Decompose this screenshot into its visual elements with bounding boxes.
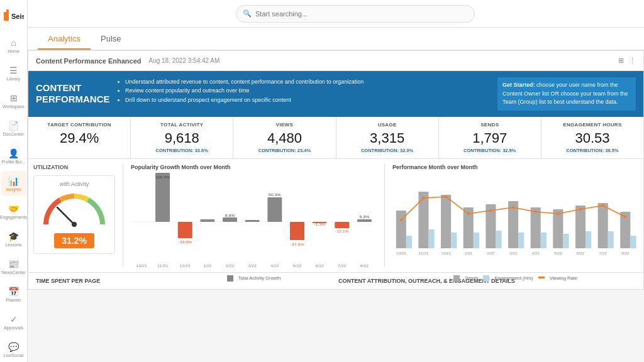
svg-rect-60 (586, 231, 591, 248)
insights-icon: 📊 (8, 176, 19, 186)
svg-point-75 (557, 212, 560, 215)
search-input[interactable] (255, 10, 468, 18)
utilization-panel: UTILIZATION with Activity (33, 164, 115, 267)
metric-contribution: CONTRIBUTION: 38.5% (548, 148, 637, 153)
svg-text:8.6%: 8.6% (225, 213, 235, 217)
description-bullets: Understand attributed revenue to content… (116, 77, 492, 111)
svg-text:6/22: 6/22 (315, 263, 324, 267)
svg-point-77 (601, 204, 604, 207)
gauge-chart: with Activity (33, 175, 115, 254)
svg-text:10/21: 10/21 (136, 263, 148, 267)
metric-label: ENGAGEMENT HOURS (548, 122, 637, 128)
svg-text:7/22: 7/22 (599, 251, 607, 255)
sidebar-item-workspace[interactable]: ⊞ Workspace (1, 88, 26, 113)
tab-analytics[interactable]: Analytics (38, 29, 91, 50)
sidebar-item-lessons[interactable]: 🎓 Lessons (1, 226, 26, 251)
metric-views: VIEWS 4,480 CONTRIBUTION: 23.4% (233, 117, 336, 158)
popularity-growth-chart: Popularity Growth Month over Month 10/21… (131, 164, 377, 267)
svg-rect-15 (223, 217, 237, 222)
content-area: Content Performance Enhanced Aug 18, 202… (28, 50, 644, 362)
planner-icon: 📅 (8, 287, 19, 297)
svg-rect-59 (575, 206, 586, 248)
svg-text:11/21: 11/21 (157, 263, 169, 267)
report-timestamp: Aug 18, 2022 3:54:42 AM (148, 57, 219, 64)
svg-rect-53 (531, 207, 541, 248)
svg-text:4/22: 4/22 (270, 263, 279, 267)
svg-point-4 (72, 222, 77, 227)
tab-pulse[interactable]: Pulse (91, 29, 131, 50)
svg-text:7/22: 7/22 (338, 263, 347, 267)
svg-rect-48 (496, 231, 501, 248)
report-name: Content Performance Enhanced (36, 57, 141, 65)
svg-rect-45 (474, 233, 479, 248)
svg-rect-54 (541, 233, 547, 248)
sidebar-item-approvals[interactable]: ✓ Approvals (1, 309, 26, 334)
sidebar-item-planner[interactable]: 📅 Planner (1, 282, 26, 307)
sidebar-item-label: Profile Bui... (2, 160, 26, 164)
svg-text:11/21: 11/21 (419, 251, 429, 255)
sidebar-item-doccenter[interactable]: 📄 DocCenter (1, 116, 26, 141)
svg-text:3/22: 3/22 (248, 263, 257, 267)
svg-point-70 (445, 195, 448, 198)
grid-icon[interactable]: ⊞ (618, 57, 624, 65)
metrics-row: TARGET CONTRIBUTION 29.4% TOTAL ACTIVITY… (28, 117, 643, 159)
svg-text:10/21: 10/21 (396, 251, 406, 255)
sidebar-item-label: Engagements (0, 215, 27, 219)
sidebar-item-label: DocCenter (3, 132, 24, 136)
approvals-icon: ✓ (10, 314, 18, 324)
sidebar-item-label: Library (7, 77, 20, 81)
svg-point-71 (467, 212, 470, 215)
sidebar-item-engagements[interactable]: 🤝 Engagements (1, 199, 26, 224)
legend-label-total-activity: Total Activity Growth (238, 275, 281, 281)
svg-text:-13.1%: -13.1% (335, 229, 349, 233)
home-icon: ⌂ (11, 38, 16, 48)
legend-box-engagement (483, 275, 489, 282)
sidebar-item-livesocial[interactable]: 💬 LiveSocial (1, 337, 26, 362)
sidebar-item-label: Lessons (5, 243, 21, 247)
metric-label: TOTAL ACTIVITY (137, 122, 226, 128)
svg-rect-32 (357, 219, 372, 222)
svg-rect-62 (598, 203, 608, 248)
legend-label-sends: Sends (465, 275, 478, 281)
svg-point-68 (400, 219, 403, 221)
svg-text:4/22: 4/22 (532, 251, 540, 255)
svg-rect-10 (178, 222, 192, 238)
blue-header-section: CONTENTPERFORMANCE Understand attributed… (28, 71, 643, 117)
svg-rect-63 (608, 231, 614, 248)
metric-value: 3,315 (343, 130, 432, 146)
metric-label: VIEWS (240, 122, 329, 128)
svg-text:5/22: 5/22 (293, 263, 302, 267)
profile-icon: 👤 (8, 148, 19, 158)
sidebar-item-label: NewsCenter (1, 270, 26, 275)
sidebar-item-library[interactable]: ☰ Library (1, 60, 26, 85)
more-options-icon[interactable]: ⋮ (629, 57, 636, 65)
library-icon: ☰ (9, 65, 18, 75)
svg-point-76 (579, 208, 582, 211)
metric-contribution: CONTRIBUTION: 33.6% (137, 148, 226, 153)
performance-chart-area: 10/21 11/21 12/21 1/22 (392, 173, 638, 267)
performance-chart-title: Performance Month over Month (392, 164, 638, 170)
sidebar-item-insights[interactable]: 📊 Insights (1, 171, 26, 196)
metric-value: 1,797 (445, 130, 535, 146)
search-icon: 🔍 (243, 9, 252, 18)
sidebar-item-newscenter[interactable]: 📰 NewsCenter (1, 254, 26, 279)
svg-point-78 (624, 216, 627, 218)
report-action-icons: ⊞ ⋮ (618, 57, 636, 65)
sidebar-item-label: Approvals (4, 326, 23, 330)
svg-text:-1.3%: -1.3% (314, 222, 325, 226)
sidebar-item-home[interactable]: ⌂ Home (1, 33, 26, 58)
metric-usage: USAGE 3,315 CONTRIBUTION: 32.0% (336, 117, 439, 158)
app-logo[interactable]: Seismic (0, 5, 28, 28)
search-bar[interactable]: 🔍 (236, 5, 475, 23)
sidebar-item-profile[interactable]: 👤 Profile Bui... (1, 143, 26, 168)
metric-total-activity: TOTAL ACTIVITY 9,618 CONTRIBUTION: 33.6% (131, 117, 233, 158)
sidebar-item-label: LiveSocial (4, 353, 24, 358)
charts-section: UTILIZATION with Activity (28, 159, 643, 272)
metric-engagement-hours: ENGAGEMENT HOURS 30.53 CONTRIBUTION: 38.… (541, 117, 643, 158)
metric-contribution: CONTRIBUTION: 32.9% (445, 148, 535, 153)
svg-text:5.3%: 5.3% (360, 214, 370, 218)
legend-box-gray (227, 275, 233, 282)
svg-rect-66 (630, 236, 636, 248)
legend-label-viewing-rate: Viewing Rate (550, 275, 577, 281)
metric-contribution: CONTRIBUTION: 23.4% (240, 148, 329, 153)
